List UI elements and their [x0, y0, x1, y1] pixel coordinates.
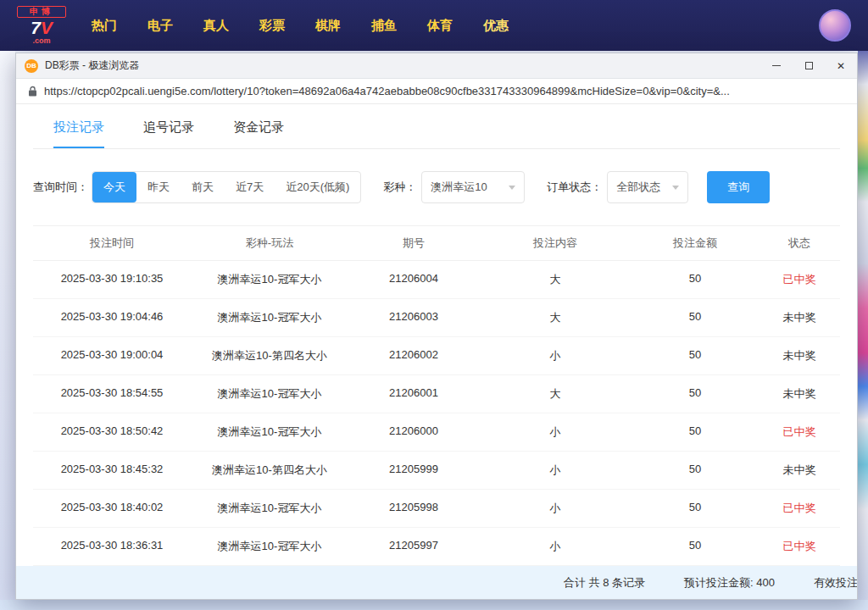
- time-range-option[interactable]: 前天: [181, 172, 225, 202]
- table-header-cell: 彩种-玩法: [191, 226, 348, 260]
- cell-bet-content: 小: [479, 452, 632, 489]
- cell-bet-amount: 50: [632, 337, 759, 374]
- cell-bet-time: 2025-03-30 19:00:04: [33, 337, 191, 374]
- summary-valid-amount: 有效投注金: [814, 575, 857, 591]
- minimize-icon: [772, 65, 781, 66]
- cell-bet-content: 大: [479, 375, 632, 413]
- window-title: DB彩票 - 极速浏览器: [45, 58, 760, 73]
- cell-game-play: 澳洲幸运10-第四名大小: [191, 337, 348, 374]
- summary-bar: 合计 共 8 条记录 预计投注金额: 400 有效投注金: [16, 566, 857, 599]
- cell-game-play: 澳洲幸运10-冠军大小: [191, 490, 348, 527]
- close-button[interactable]: ✕: [825, 53, 857, 79]
- cell-bet-amount: 50: [632, 413, 759, 451]
- cell-issue-number: 21206000: [348, 413, 479, 451]
- cell-issue-number: 21206004: [348, 261, 479, 298]
- table-header-row: 投注时间彩种-玩法期号投注内容投注金额状态: [33, 225, 840, 261]
- bet-records-table: 投注时间彩种-玩法期号投注内容投注金额状态 2025-03-30 19:10:3…: [33, 225, 840, 599]
- table-header-cell: 投注内容: [479, 226, 632, 260]
- cell-issue-number: 21205997: [348, 528, 479, 565]
- cell-status: 已中奖: [759, 261, 840, 298]
- cell-bet-amount: 50: [632, 452, 759, 489]
- record-tab[interactable]: 追号记录: [143, 119, 194, 148]
- cell-game-play: 澳洲幸运10-冠军大小: [191, 299, 348, 336]
- cell-game-play: 澳洲幸运10-第四名大小: [191, 452, 348, 489]
- cell-issue-number: 21206003: [348, 299, 479, 336]
- summary-expected-amount: 预计投注金额: 400: [684, 575, 775, 591]
- cell-bet-content: 大: [479, 261, 632, 298]
- lottery-select[interactable]: 澳洲幸运10: [421, 171, 525, 203]
- cell-bet-amount: 50: [632, 528, 759, 565]
- desktop-bottom-edge: [0, 600, 868, 610]
- time-range-option[interactable]: 今天: [92, 172, 136, 202]
- table-header-cell: 投注金额: [632, 226, 759, 260]
- close-icon: ✕: [837, 61, 845, 71]
- top-nav-item[interactable]: 热门: [92, 18, 117, 34]
- site-logo[interactable]: 申博 7V .com: [17, 6, 66, 45]
- minimize-button[interactable]: [760, 53, 793, 79]
- table-header-cell: 投注时间: [33, 226, 191, 260]
- logo-suffix-text: .com: [17, 37, 66, 45]
- top-nav-item[interactable]: 优惠: [483, 18, 509, 34]
- cell-issue-number: 21206001: [348, 375, 479, 413]
- summary-total-count: 合计 共 8 条记录: [564, 575, 645, 591]
- cell-status: 已中奖: [759, 490, 840, 527]
- cell-issue-number: 21206002: [348, 337, 479, 374]
- lottery-filter-label: 彩种：: [383, 180, 416, 195]
- cell-bet-amount: 50: [632, 299, 759, 336]
- cell-bet-time: 2025-03-30 19:10:35: [33, 261, 191, 298]
- record-tabs: 投注记录追号记录资金记录: [33, 104, 840, 149]
- cell-status: 未中奖: [759, 375, 840, 413]
- order-status-select[interactable]: 全部状态: [607, 171, 688, 203]
- cell-game-play: 澳洲幸运10-冠军大小: [191, 413, 348, 451]
- maximize-button[interactable]: [793, 53, 825, 79]
- table-row: 2025-03-30 18:45:32澳洲幸运10-第四名大小21205999小…: [33, 452, 840, 490]
- cell-bet-amount: 50: [632, 375, 759, 413]
- table-row: 2025-03-30 19:00:04澳洲幸运10-第四名大小21206002小…: [33, 337, 840, 375]
- record-tab[interactable]: 投注记录: [53, 119, 104, 148]
- time-range-group: 今天昨天前天近7天近20天(低频): [92, 171, 361, 203]
- order-status-value: 全部状态: [616, 180, 660, 195]
- table-row: 2025-03-30 18:36:31澳洲幸运10-冠军大小21205997小5…: [33, 528, 840, 566]
- chevron-down-icon: [672, 186, 679, 190]
- cell-bet-time: 2025-03-30 18:40:02: [33, 490, 191, 527]
- filter-bar: 查询时间： 今天昨天前天近7天近20天(低频) 彩种： 澳洲幸运10 订单状态：…: [33, 171, 840, 203]
- cell-status: 未中奖: [759, 299, 840, 336]
- cell-status: 未中奖: [759, 452, 840, 489]
- cell-issue-number: 21205999: [348, 452, 479, 489]
- top-nav-links: 热门电子真人彩票棋牌捕鱼体育优惠: [92, 18, 819, 34]
- top-nav-item[interactable]: 捕鱼: [371, 18, 397, 34]
- top-nav-item[interactable]: 电子: [147, 18, 173, 34]
- table-header-cell: 状态: [759, 226, 840, 260]
- cell-status: 未中奖: [759, 337, 840, 374]
- cell-game-play: 澳洲幸运10-冠军大小: [191, 375, 348, 413]
- record-tab[interactable]: 资金记录: [233, 119, 284, 148]
- time-filter-label: 查询时间：: [33, 180, 88, 195]
- top-nav-item[interactable]: 棋牌: [315, 18, 341, 34]
- cell-game-play: 澳洲幸运10-冠军大小: [191, 261, 348, 298]
- cell-bet-time: 2025-03-30 18:45:32: [33, 452, 191, 489]
- site-top-nav: 申博 7V .com 热门电子真人彩票棋牌捕鱼体育优惠: [0, 0, 868, 51]
- cell-status: 已中奖: [759, 413, 840, 451]
- time-range-option[interactable]: 近20天(低频): [275, 172, 360, 202]
- cell-bet-amount: 50: [632, 490, 759, 527]
- cell-bet-content: 小: [479, 528, 632, 565]
- user-avatar[interactable]: [819, 9, 851, 42]
- cell-bet-time: 2025-03-30 18:50:42: [33, 413, 191, 451]
- desktop-right-edge: [858, 51, 868, 610]
- browser-addressbar[interactable]: https://ctopcp02pcali.uengi5e.com/lotter…: [16, 79, 857, 104]
- search-button[interactable]: 查询: [707, 171, 770, 203]
- time-range-option[interactable]: 近7天: [225, 172, 275, 202]
- cell-bet-time: 2025-03-30 18:54:55: [33, 375, 191, 413]
- url-text[interactable]: https://ctopcp02pcali.uengi5e.com/lotter…: [44, 85, 730, 97]
- table-body: 2025-03-30 19:10:35澳洲幸运10-冠军大小21206004大5…: [33, 261, 840, 566]
- top-nav-item[interactable]: 体育: [427, 18, 453, 34]
- site-favicon-icon: DB: [25, 59, 38, 73]
- top-nav-item[interactable]: 彩票: [259, 18, 285, 34]
- cell-game-play: 澳洲幸运10-冠军大小: [191, 528, 348, 565]
- cell-issue-number: 21205998: [348, 490, 479, 527]
- table-row: 2025-03-30 19:10:35澳洲幸运10-冠军大小21206004大5…: [33, 261, 840, 299]
- order-status-label: 订单状态：: [547, 180, 602, 195]
- table-row: 2025-03-30 18:50:42澳洲幸运10-冠军大小21206000小5…: [33, 413, 840, 452]
- top-nav-item[interactable]: 真人: [203, 18, 229, 34]
- time-range-option[interactable]: 昨天: [136, 172, 181, 202]
